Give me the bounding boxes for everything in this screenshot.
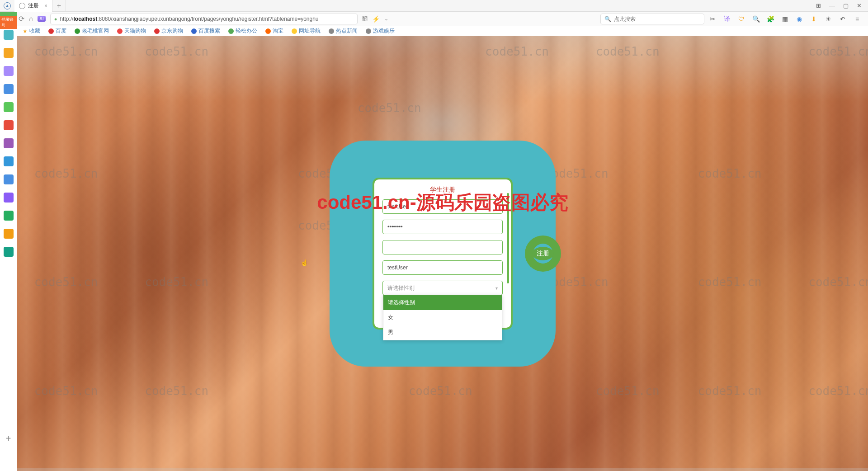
star-icon: ★ [23,28,28,34]
side-app-10[interactable] [4,193,14,203]
new-tab-button[interactable]: + [52,0,66,12]
bookmark-icon [117,28,123,34]
bookmark-icon [191,28,197,34]
side-app-4[interactable] [4,84,14,94]
side-app-11[interactable] [4,211,14,221]
side-app-1[interactable] [4,30,14,40]
bookmark-taobao[interactable]: 淘宝 [265,27,283,35]
submit-button[interactable]: 注册 [525,236,561,272]
maximize-icon[interactable]: ▢ [843,2,849,9]
flash-icon[interactable]: ⚡ [372,15,380,23]
sun-icon[interactable]: ☀ [825,15,832,23]
close-icon[interactable]: × [44,3,47,9]
add-app-button[interactable]: + [6,433,11,444]
gender-placeholder: 请选择性别 [387,284,415,292]
download-icon[interactable]: ⬇ [810,15,817,23]
gender-option-placeholder[interactable]: 请选择性别 [383,295,502,310]
tab-strip: 注册 × + ⊞ — ▢ ✕ [0,0,868,12]
side-app-6[interactable] [4,120,14,130]
minimize-icon[interactable]: — [829,2,835,9]
side-app-7[interactable] [4,138,14,148]
shield-icon[interactable]: 🛡 [738,15,745,23]
bookmark-icon [265,28,271,34]
address-bar: ‹ › ⟳ ⌂ AI ● http://localhost:8080/xians… [0,12,868,26]
circle-icon[interactable]: ◉ [796,15,803,23]
bookmark-news[interactable]: 热点新闻 [329,27,358,35]
bookmark-icon [292,28,297,34]
translate2-icon[interactable]: 译 [723,15,731,23]
horizontal-scrollbar[interactable] [17,468,868,471]
reload-button[interactable]: ⟳ [19,14,24,23]
side-app-3[interactable] [4,66,14,76]
pin-icon[interactable]: ⊞ [816,2,821,9]
login-tag[interactable]: 登录账号 [0,16,17,29]
side-app-13[interactable] [4,247,14,257]
left-sidebar: ⓔ 登录账号 + [0,12,17,471]
side-app-9[interactable] [4,174,14,184]
bookmarks-bar: ★收藏 百度 老毛桃官网 天猫购物 京东购物 百度搜索 轻松办公 淘宝 网址导航… [0,26,868,36]
bookmark-tmall[interactable]: 天猫购物 [117,27,146,35]
search-input[interactable] [614,16,700,22]
close-window-icon[interactable]: ✕ [857,2,862,9]
side-app-8[interactable] [4,156,14,166]
compass-icon [4,2,11,9]
gender-option-female[interactable]: 女 [383,310,502,325]
translate-icon[interactable]: 翻 [362,15,368,23]
url-input[interactable]: ● http://localhost:8080/xianshangjiaoyup… [50,14,358,24]
submit-label: 注册 [532,247,554,260]
register-card: 注册 学生注册 请选择性别 ▾ 请选择性别 女 男 已有账号登录 [330,141,556,367]
url-text: http://localhost:8080/xianshangjiaoyupeu… [60,16,318,22]
grid-icon[interactable]: ▦ [781,15,788,23]
bookmark-games[interactable]: 游戏娱乐 [366,27,395,35]
side-app-12[interactable] [4,229,14,239]
puzzle-icon[interactable]: 🧩 [767,15,774,23]
bookmark-icon [329,28,334,34]
bookmark-jd[interactable]: 京东购物 [154,27,183,35]
scissors-icon[interactable]: ✂ [709,15,716,23]
password-input[interactable] [382,220,503,234]
page-viewport: code51.cn code51.cn code51.cn code51.cn … [17,36,868,471]
gender-option-male[interactable]: 男 [383,325,502,340]
ai-badge-icon[interactable]: AI [38,16,45,22]
bookmark-icon [366,28,371,34]
gender-select[interactable]: 请选择性别 ▾ 请选择性别 女 男 [382,281,503,295]
bookmark-icon [48,28,54,34]
bookmark-baidu[interactable]: 百度 [48,27,66,35]
side-app-5[interactable] [4,102,14,112]
search-box[interactable]: 🔍 [600,14,704,24]
gender-dropdown: 请选择性别 女 男 [383,295,502,340]
bookmark-office[interactable]: 轻松办公 [228,27,257,35]
bookmark-laomaotao[interactable]: 老毛桃官网 [75,27,109,35]
bookmark-icon [75,28,80,34]
bookmark-nav[interactable]: 网址导航 [292,27,321,35]
lock-icon: ● [54,16,57,22]
tab-register[interactable]: 注册 × [14,0,52,12]
big-watermark: code51.cn-源码乐园盗图必究 [317,190,568,215]
realname-input[interactable] [382,260,503,275]
confirm-input[interactable] [382,240,503,254]
bookmark-baidu-search[interactable]: 百度搜索 [191,27,220,35]
search-icon: 🔍 [604,16,611,22]
search2-icon[interactable]: 🔍 [752,15,760,23]
toolbar-icons: ✂ 译 🛡 🔍 🧩 ▦ ◉ ⬇ ☀ ↶ ≡ [709,15,863,23]
dropdown-icon[interactable]: ⌄ [384,16,388,22]
tab-title: 注册 [28,2,39,9]
bookmark-icon [154,28,160,34]
window-controls: ⊞ — ▢ ✕ [816,2,868,9]
favorites-button[interactable]: ★收藏 [23,27,40,35]
undo-icon[interactable]: ↶ [839,15,846,23]
chevron-down-icon: ▾ [495,286,498,291]
home-button[interactable]: ⌂ [29,15,33,23]
menu-icon[interactable]: ≡ [854,15,861,23]
side-app-2[interactable] [4,48,14,58]
bookmark-icon [228,28,234,34]
globe-icon [19,3,25,9]
